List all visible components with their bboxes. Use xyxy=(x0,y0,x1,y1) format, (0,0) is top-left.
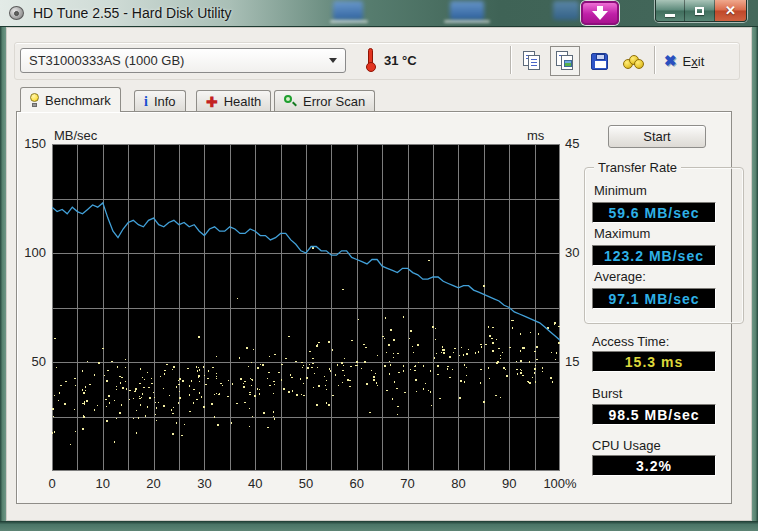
screen-capture-button[interactable] xyxy=(581,1,619,25)
right-axis-tick-label: 45 xyxy=(565,136,595,151)
donate-coins-icon xyxy=(623,53,645,70)
minimum-value: 59.6 MB/sec xyxy=(592,202,716,223)
tab-label: Benchmark xyxy=(45,93,111,108)
thermometer-icon xyxy=(364,46,378,74)
x-axis-tick-label: 40 xyxy=(248,476,262,491)
x-axis-tick-label: 30 xyxy=(197,476,211,491)
x-axis-tick-label: 20 xyxy=(146,476,160,491)
window-title: HD Tune 2.55 - Hard Disk Utility xyxy=(33,5,231,21)
toolbar-separator xyxy=(654,46,655,74)
tab-label: Error Scan xyxy=(303,94,365,109)
tab-health[interactable]: ✚ Health xyxy=(196,90,271,112)
x-axis-tick-label: 60 xyxy=(350,476,364,491)
copy-image-icon xyxy=(556,51,574,71)
x-axis-tick-label: 10 xyxy=(96,476,110,491)
toolbar-separator xyxy=(510,46,511,74)
x-axis-tick-label: 50 xyxy=(299,476,313,491)
maximize-icon xyxy=(695,7,704,15)
tab-benchmark[interactable]: Benchmark xyxy=(20,87,121,112)
exit-button[interactable]: ✖ Exit xyxy=(664,48,704,74)
access-time-value: 15.3 ms xyxy=(592,351,716,372)
app-icon xyxy=(8,4,26,22)
temperature-value: 31 °C xyxy=(384,53,417,68)
cpu-usage-label: CPU Usage xyxy=(592,438,661,453)
plot-svg xyxy=(52,144,560,471)
start-button[interactable]: Start xyxy=(608,125,706,148)
burst-label: Burst xyxy=(592,386,622,401)
save-screenshot-button[interactable] xyxy=(586,47,613,75)
right-axis-unit: ms xyxy=(527,128,544,143)
tab-info[interactable]: i Info xyxy=(134,90,186,112)
drive-selector-dropdown[interactable]: ST31000333AS (1000 GB) xyxy=(20,48,346,73)
right-axis-tick-label: 15 xyxy=(565,354,595,369)
minimize-button[interactable] xyxy=(656,0,685,21)
window-frame-right xyxy=(752,27,758,521)
copy-text-button[interactable] xyxy=(518,47,545,75)
right-axis-tick-label: 30 xyxy=(565,245,595,260)
x-axis-tick-label: 70 xyxy=(400,476,414,491)
window-titlebar: HD Tune 2.55 - Hard Disk Utility ✕ xyxy=(0,0,758,27)
left-axis-tick-label: 100 xyxy=(16,245,46,260)
desktop-icon-blur xyxy=(450,1,484,20)
x-axis-tick-label: 80 xyxy=(451,476,465,491)
chevron-down-icon xyxy=(329,58,337,67)
donate-button[interactable] xyxy=(620,47,647,75)
minimum-label: Minimum xyxy=(594,183,647,198)
transfer-rate-group-label: Transfer Rate xyxy=(594,160,681,175)
drive-selector-value: ST31000333AS (1000 GB) xyxy=(29,53,329,68)
maximize-button[interactable] xyxy=(685,0,714,21)
window-frame-bottom xyxy=(0,521,758,531)
left-axis-tick-label: 150 xyxy=(16,136,46,151)
tab-label: Health xyxy=(224,94,262,109)
benchmark-plot xyxy=(52,144,560,471)
magnifier-icon xyxy=(284,95,297,108)
desktop-icon-label-blur xyxy=(444,20,490,23)
maximum-label: Maximum xyxy=(594,226,650,241)
copy-screenshot-button[interactable] xyxy=(550,46,580,76)
health-cross-icon: ✚ xyxy=(206,95,218,109)
close-icon: ✕ xyxy=(725,3,736,18)
minimize-icon xyxy=(665,14,675,17)
desktop-icon-blur xyxy=(553,1,579,20)
tab-label: Info xyxy=(154,94,176,109)
lightbulb-icon xyxy=(30,93,39,107)
copy-text-icon xyxy=(523,51,541,71)
info-icon: i xyxy=(144,94,148,110)
cpu-usage-value: 3.2% xyxy=(592,455,716,476)
hd-tune-window: { "window": { "title": "HD Tune 2.55 - H… xyxy=(0,0,758,531)
average-value: 97.1 MB/sec xyxy=(592,288,716,309)
average-label: Average: xyxy=(594,269,646,284)
close-button[interactable]: ✕ xyxy=(715,0,746,21)
x-axis-tick-label: 90 xyxy=(502,476,516,491)
x-axis-tick-label: 100% xyxy=(543,476,576,491)
window-controls: ✕ xyxy=(655,0,747,22)
exit-icon: ✖ xyxy=(664,52,677,70)
left-axis-unit: MB/sec xyxy=(54,128,97,143)
tab-error-scan[interactable]: Error Scan xyxy=(274,90,375,112)
maximum-value: 123.2 MB/sec xyxy=(592,245,716,266)
access-time-label: Access Time: xyxy=(592,334,669,349)
burst-value: 98.5 MB/sec xyxy=(592,404,716,425)
desktop-icon-blur xyxy=(333,1,363,20)
save-icon xyxy=(591,53,608,70)
x-axis-tick-label: 0 xyxy=(48,476,55,491)
left-axis-tick-label: 50 xyxy=(16,354,46,369)
exit-label: Exit xyxy=(683,54,705,69)
desktop-icon-label-blur xyxy=(330,20,368,23)
